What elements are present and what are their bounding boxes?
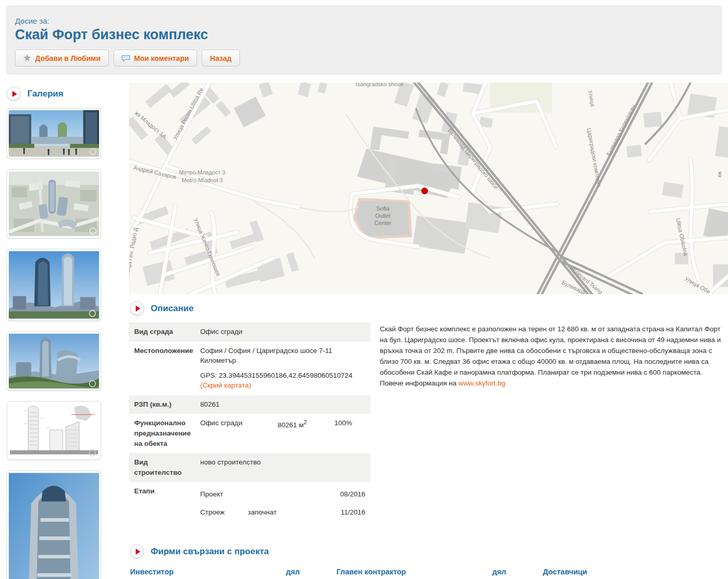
location-value: София / София / Цариградско шосе 7-11 Ки…: [200, 346, 365, 366]
svg-text:Sofia: Sofia: [376, 205, 390, 212]
row-stages: Етапи Проект 08/2016 Строеж започнат 11/…: [129, 482, 370, 523]
description-header: Описание: [130, 301, 728, 315]
description-section: Описание Вид сграда Офис сгради Местопол…: [129, 301, 728, 523]
svg-text:Метро-Младост 3: Метро-Младост 3: [179, 169, 225, 175]
page-header: Досие за: Скай Форт бизнес комплекс ★ До…: [6, 5, 722, 75]
functional-area: 80261 м2: [278, 418, 334, 448]
gallery-thumbnail-6[interactable]: [7, 470, 101, 579]
suppliers-title: Доставчици: [543, 568, 587, 576]
gallery-thumbnail-3[interactable]: [7, 249, 101, 321]
companies-header: Фирми свързани с проекта: [130, 544, 728, 558]
location-map[interactable]: Tsarigradsko shose жк Младост 1А Улица Р…: [129, 83, 728, 294]
gallery-header: Галерия: [7, 87, 122, 101]
investor-column: Инвеститор дял Име Капитал Форт 100% Гра…: [129, 566, 303, 579]
stage-row: Строеж започнат 11/2016: [200, 507, 365, 518]
svg-text:Tsarigradsko shose: Tsarigradsko shose: [354, 83, 403, 87]
toolbar: ★ Добави в Любими Мои коментари Назад: [15, 50, 713, 67]
back-button[interactable]: Назад: [202, 50, 240, 67]
share-header: дял: [286, 568, 300, 576]
red-arrow-icon: [130, 544, 144, 558]
row-location: Местоположение София / София / Цариградс…: [129, 342, 370, 395]
contractor-title: Главен контрактор: [336, 568, 406, 576]
speech-bubble-icon: [122, 55, 130, 62]
companies-section: Фирми свързани с проекта Инвеститор дял …: [129, 544, 728, 579]
row-construction-type: Вид строителство ново строителство: [129, 453, 370, 482]
gallery-thumbnail-1[interactable]: [7, 108, 101, 159]
svg-text:Center: Center: [374, 220, 391, 226]
share-header: дял: [492, 568, 506, 576]
my-comments-button[interactable]: Мои коментари: [114, 50, 197, 67]
add-favorites-button[interactable]: ★ Добави в Любими: [15, 50, 109, 67]
contractor-column: Главен контрактор дял Име Капитал Форт 1…: [335, 566, 509, 579]
svg-text:Metro-Mladost 3: Metro-Mladost 3: [182, 177, 222, 183]
red-arrow-icon: [7, 87, 21, 101]
map-marker: [422, 188, 428, 195]
row-functional: Функционално предназначение на обекта Оф…: [129, 414, 370, 453]
gallery-thumbnail-4[interactable]: [7, 331, 101, 391]
row-building-type: Вид сграда Офис сгради: [129, 323, 370, 342]
skyfort-link[interactable]: www.skyfort.bg: [459, 379, 506, 387]
description-table: Вид сграда Офис сгради Местоположение Со…: [129, 323, 370, 523]
functional-share: 100%: [334, 418, 365, 448]
red-arrow-icon: [130, 301, 144, 315]
investor-title: Инвеститор: [130, 568, 173, 576]
svg-text:Outlet: Outlet: [375, 213, 390, 219]
hide-map-link[interactable]: (Скрий картата): [200, 381, 251, 389]
gallery-thumbnail-2[interactable]: [7, 169, 101, 238]
project-summary: Скай Форт бизнес комплекс е разположен н…: [380, 323, 722, 523]
page-title: Скай Форт бизнес комплекс: [15, 27, 713, 43]
row-rzp: РЗП (кв.м.) 80261: [129, 395, 370, 414]
dossier-eyebrow: Досие за:: [15, 17, 713, 25]
stage-row: Проект 08/2016: [200, 489, 365, 500]
svg-text:жк: жк: [717, 171, 723, 178]
gps-coordinates: GPS: 23.394453155960186,42.6459806051072…: [200, 371, 365, 381]
gallery-sidebar: Галерия: [6, 83, 122, 579]
suppliers-column: Доставчици Машини, техника и кулокранове…: [542, 566, 716, 579]
star-icon: ★: [23, 54, 31, 62]
functional-use: Офис сгради: [200, 418, 278, 448]
gallery-thumbnail-5[interactable]: [7, 401, 101, 460]
